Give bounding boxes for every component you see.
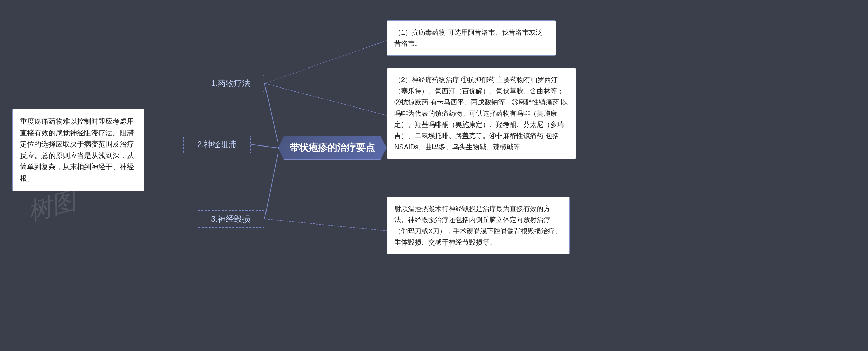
center-node: 带状疱疹的治疗要点	[278, 136, 387, 160]
branch-node-1: 1.药物疗法	[197, 75, 264, 92]
left-node-text: 重度疼痛药物难以控制时即应考虑用直接有效的感觉神经阻滞疗法。阻滞定位的选择应取决…	[20, 117, 134, 182]
svg-line-1	[264, 83, 278, 142]
branch-node-2: 2.神经阻滞	[183, 136, 251, 153]
right-box-1-text: （1）抗病毒药物 可选用阿昔洛韦、伐昔洛韦或泛昔洛韦。	[394, 28, 542, 47]
branch-2-label: 2.神经阻滞	[197, 139, 237, 150]
right-box-2: （2）神经痛药物治疗 ①抗抑郁药 主要药物有帕罗西汀（塞乐特）、氟西汀（百优解）…	[387, 68, 576, 159]
canvas: 树图 重度疼痛药物难以控制时即应考虑用直接有效的感觉神经阻滞疗法。阻滞定位的选择…	[0, 0, 868, 351]
svg-line-2	[251, 144, 278, 148]
center-node-label: 带状疱疹的治疗要点	[290, 141, 375, 154]
left-node: 重度疼痛药物难以控制时即应考虑用直接有效的感觉神经阻滞疗法。阻滞定位的选择应取决…	[12, 109, 144, 191]
right-box-3-text: 射频温控热凝术行神经毁损是治疗最为直接有效的方法。神经毁损治疗还包括内侧丘脑立体…	[394, 205, 561, 246]
svg-line-3	[264, 153, 278, 219]
svg-line-5	[264, 83, 387, 115]
branch-1-label: 1.药物疗法	[211, 78, 250, 89]
right-box-2-text: （2）神经痛药物治疗 ①抗抑郁药 主要药物有帕罗西汀（塞乐特）、氟西汀（百优解）…	[394, 76, 568, 151]
right-box-3: 射频温控热凝术行神经毁损是治疗最为直接有效的方法。神经毁损治疗还包括内侧丘脑立体…	[387, 197, 570, 254]
branch-3-label: 3.神经毁损	[211, 214, 250, 225]
svg-line-4	[264, 41, 387, 83]
branch-node-3: 3.神经毁损	[197, 210, 264, 228]
svg-line-6	[264, 219, 387, 231]
right-box-1: （1）抗病毒药物 可选用阿昔洛韦、伐昔洛韦或泛昔洛韦。	[387, 20, 556, 56]
